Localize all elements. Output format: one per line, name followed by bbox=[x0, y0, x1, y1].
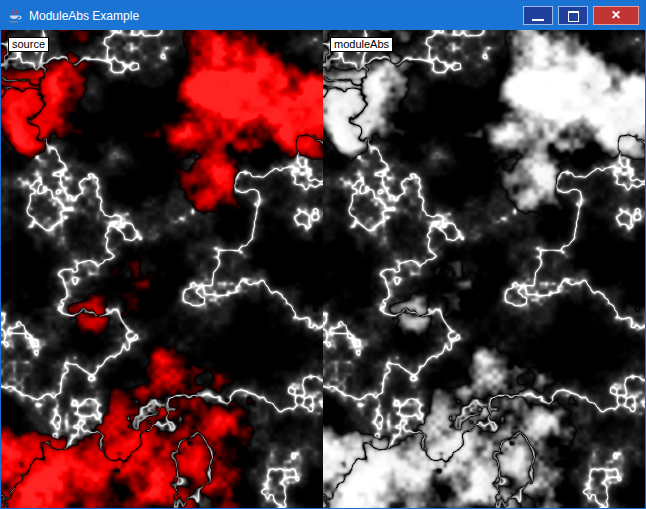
close-icon: ✕ bbox=[594, 7, 638, 24]
window-controls: ✕ bbox=[523, 6, 639, 25]
minimize-button[interactable] bbox=[523, 6, 553, 25]
render-area: source moduleAbs bbox=[1, 30, 645, 508]
window-titlebar[interactable]: ModuleAbs Example ✕ bbox=[1, 1, 645, 30]
java-icon bbox=[7, 8, 23, 24]
moduleabs-noise-image bbox=[323, 30, 645, 508]
window-title: ModuleAbs Example bbox=[29, 9, 517, 23]
moduleabs-panel: moduleAbs bbox=[323, 30, 645, 508]
source-label: source bbox=[8, 37, 49, 52]
moduleabs-label: moduleAbs bbox=[330, 37, 393, 52]
source-panel: source bbox=[1, 30, 323, 508]
maximize-icon bbox=[568, 11, 579, 22]
close-button[interactable]: ✕ bbox=[593, 6, 639, 25]
app-window: ModuleAbs Example ✕ source moduleAbs bbox=[0, 0, 646, 509]
maximize-button[interactable] bbox=[558, 6, 588, 25]
minimize-icon bbox=[532, 19, 544, 21]
source-noise-image bbox=[1, 30, 323, 508]
